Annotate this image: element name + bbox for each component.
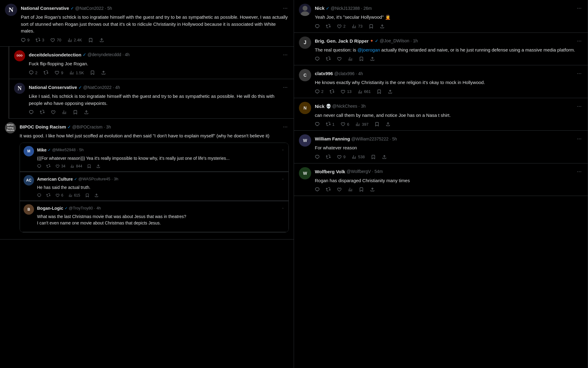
timestamp: 4h: [115, 85, 120, 90]
retweet-action[interactable]: [326, 155, 331, 159]
bookmark-action[interactable]: [371, 155, 376, 159]
bookmark-action[interactable]: [369, 24, 374, 29]
bookmark-action[interactable]: [375, 122, 379, 127]
tweet-actions: [29, 110, 289, 115]
verified-icon: ✓: [65, 206, 68, 210]
verified-star-icon: ✦: [370, 38, 374, 43]
more-button[interactable]: ···: [576, 36, 583, 45]
reply-action[interactable]: [37, 193, 41, 197]
reply-action[interactable]: [315, 155, 320, 159]
like-action[interactable]: 6: [341, 122, 349, 127]
more-button[interactable]: ·: [281, 204, 285, 212]
retweet-action[interactable]: 1: [326, 122, 334, 127]
like-action[interactable]: 70: [50, 38, 61, 43]
views-action[interactable]: 1.5K: [69, 70, 84, 75]
bookmark-action[interactable]: [377, 89, 382, 94]
share-action[interactable]: [380, 24, 385, 29]
user-name: Mike: [37, 148, 47, 152]
like-action[interactable]: [51, 110, 56, 115]
tweet-meta: BIPOC Doing Racism ✓ @BIPOCracism · 3h: [20, 124, 282, 129]
more-button[interactable]: ···: [576, 69, 583, 78]
share-action[interactable]: [101, 70, 106, 75]
more-button[interactable]: ·: [281, 175, 285, 183]
share-action[interactable]: [382, 155, 387, 159]
share-action[interactable]: [386, 122, 390, 127]
views-action[interactable]: [348, 187, 353, 192]
bookmark-action[interactable]: [88, 38, 93, 43]
reply-action[interactable]: 2: [29, 70, 37, 75]
bookmark-action[interactable]: [90, 70, 95, 75]
like-action[interactable]: 13: [341, 89, 351, 94]
retweet-action[interactable]: [326, 187, 331, 192]
more-button[interactable]: ···: [282, 4, 289, 13]
retweet-action[interactable]: [46, 193, 51, 197]
reply-action[interactable]: 9: [21, 38, 29, 43]
reply-action[interactable]: [315, 122, 320, 127]
avatar: W: [299, 167, 311, 179]
timestamp: 4h: [358, 71, 363, 76]
views-action[interactable]: [62, 110, 67, 115]
like-action[interactable]: 9: [337, 155, 345, 159]
views-action[interactable]: 661: [358, 89, 371, 94]
handle: @TroyTroy80: [69, 206, 93, 210]
views-action[interactable]: [348, 56, 353, 61]
reply-action[interactable]: 2: [315, 89, 323, 94]
retweet-action[interactable]: [326, 56, 331, 61]
retweet-action[interactable]: [43, 70, 48, 75]
more-button[interactable]: ···: [282, 83, 289, 92]
bookmark-action[interactable]: [87, 164, 91, 168]
views-action[interactable]: 538: [352, 155, 365, 159]
tweet-meta: Nick 💀 @NickChees · 3h: [315, 104, 576, 109]
bookmark-action[interactable]: [359, 56, 364, 61]
retweet-action[interactable]: [326, 24, 331, 29]
more-button[interactable]: ···: [282, 50, 289, 59]
like-count: 6: [347, 122, 349, 127]
more-button[interactable]: ···: [576, 4, 583, 13]
verified-icon: ✓: [74, 177, 77, 181]
share-action[interactable]: [388, 89, 393, 94]
like-action[interactable]: 34: [55, 164, 65, 168]
more-button[interactable]: ···: [576, 102, 583, 111]
retweet-action[interactable]: 3: [36, 38, 44, 43]
share-action[interactable]: [370, 187, 375, 192]
views-action[interactable]: 844: [70, 164, 82, 168]
views-action[interactable]: 397: [355, 122, 368, 127]
retweet-action[interactable]: [40, 110, 45, 115]
views-action[interactable]: 2.4K: [67, 38, 82, 43]
tweet-actions: [315, 187, 583, 192]
reply-action[interactable]: [315, 24, 320, 29]
avatar: N: [14, 83, 25, 94]
more-button[interactable]: ···: [576, 134, 583, 143]
share-action[interactable]: [84, 110, 89, 115]
reply-action[interactable]: [37, 164, 41, 168]
share-action[interactable]: [96, 164, 100, 168]
views-action[interactable]: 615: [68, 193, 80, 197]
handle: @WolfbergV: [346, 169, 371, 174]
like-action[interactable]: 2: [337, 24, 345, 29]
more-button[interactable]: ·: [281, 146, 285, 154]
handle: @Mike52948: [52, 148, 76, 152]
left-column: N National Conservative ✓ @NatCon2022 · …: [0, 0, 294, 368]
more-button[interactable]: ···: [576, 167, 583, 176]
reply-action[interactable]: [29, 110, 34, 115]
share-action[interactable]: [94, 193, 99, 197]
retweet-action[interactable]: [46, 164, 51, 168]
tweet-text: It was good. I like how Mel just scoffed…: [20, 132, 289, 140]
tweet-meta: deceitdelusiondetection ✓ @denyndetecddd…: [29, 52, 282, 57]
views-action[interactable]: 73: [352, 24, 362, 29]
bookmark-action[interactable]: [73, 110, 78, 115]
like-action[interactable]: [337, 187, 342, 192]
mention[interactable]: @joerogan: [357, 47, 380, 52]
reply-action[interactable]: [315, 56, 320, 61]
like-action[interactable]: 6: [55, 193, 63, 197]
share-action[interactable]: [99, 38, 104, 43]
more-button[interactable]: ···: [282, 122, 289, 131]
like-action[interactable]: [337, 56, 342, 61]
share-action[interactable]: [370, 56, 375, 61]
retweet-action[interactable]: [330, 89, 334, 94]
bookmark-action[interactable]: [359, 187, 364, 192]
reply-action[interactable]: [315, 187, 320, 192]
like-action[interactable]: 9: [55, 70, 63, 75]
handle: @Joe_DWilson: [380, 38, 409, 43]
bookmark-action[interactable]: [85, 193, 89, 197]
